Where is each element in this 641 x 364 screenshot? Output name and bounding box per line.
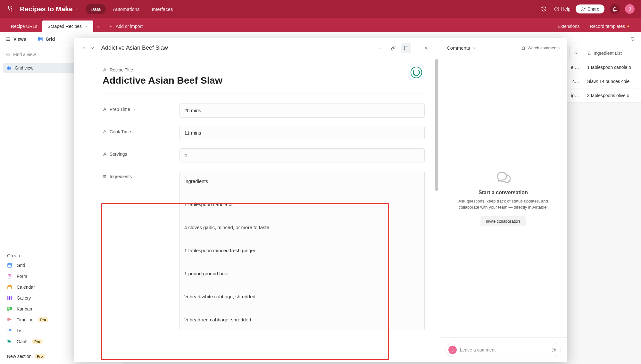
column-options-chevron[interactable] — [569, 46, 583, 60]
prep-time-input[interactable]: 20 mins — [179, 103, 425, 118]
app-logo-icon — [6, 5, 14, 13]
share-button[interactable]: Share — [576, 4, 604, 13]
svg-rect-11 — [10, 296, 12, 298]
invite-collaborators-button[interactable]: Invite collaborators — [480, 216, 526, 226]
svg-point-18 — [8, 330, 8, 331]
close-icon[interactable] — [421, 43, 431, 53]
table-tab-more[interactable] — [93, 22, 104, 32]
text-icon — [103, 152, 107, 156]
chat-bubbles-icon — [495, 170, 511, 185]
comments-panel: Comments Watch comments Start a conversa… — [439, 38, 567, 362]
modal-title: Addictive Asian Beef Slaw — [101, 45, 168, 51]
grid-view-picker[interactable]: Grid — [38, 37, 55, 42]
svg-point-22 — [382, 47, 382, 48]
toggle-comments-icon[interactable] — [401, 43, 411, 53]
tab-data[interactable]: Data — [86, 4, 106, 14]
add-or-import-button[interactable]: Add or import — [104, 21, 148, 32]
text-icon — [103, 68, 107, 72]
column-header-ingredient-list[interactable]: Ingredient List — [583, 46, 641, 60]
record-templates-button[interactable]: Record templates ✦ — [585, 21, 635, 32]
base-title[interactable]: Recipes to Make — [20, 5, 73, 13]
copy-link-icon[interactable] — [388, 43, 398, 53]
grid-icon — [7, 263, 12, 268]
comments-empty-state: Start a conversation Ask questions, keep… — [439, 58, 567, 337]
grid-icon — [6, 65, 12, 70]
svg-point-20 — [379, 47, 379, 48]
svg-point-21 — [380, 47, 381, 48]
mention-icon[interactable]: @ — [552, 347, 556, 352]
record-title[interactable]: Addictive Asian Beef Slaw — [103, 75, 425, 86]
table-tab-bar: Recipe URLs Scraped Recipes Add or impor… — [0, 18, 641, 32]
chevron-down-icon — [133, 107, 137, 111]
text-icon — [103, 107, 107, 112]
svg-point-5 — [7, 53, 10, 56]
field-label-recipe-title: Recipe Title — [103, 67, 425, 72]
ai-loading-badge — [411, 67, 422, 78]
svg-rect-7 — [8, 263, 12, 267]
svg-rect-10 — [8, 296, 9, 298]
table-tab-scraped-recipes[interactable]: Scraped Recipes — [42, 21, 93, 32]
svg-rect-14 — [8, 307, 9, 311]
top-bar: Recipes to Make Data Automations Interfa… — [0, 0, 641, 18]
watch-comments-button[interactable]: Watch comments — [521, 46, 560, 50]
chevron-down-icon — [84, 24, 88, 28]
gallery-icon — [7, 295, 12, 301]
prev-record-icon[interactable] — [81, 46, 87, 51]
field-label-servings[interactable]: Servings — [103, 148, 179, 157]
bell-icon — [521, 46, 526, 50]
search-icon — [6, 52, 11, 57]
extensions-button[interactable]: Extensions — [553, 21, 585, 32]
pro-badge: Pro — [32, 339, 42, 344]
svg-point-1 — [556, 10, 557, 10]
svg-rect-3 — [38, 37, 42, 41]
gantt-icon — [7, 339, 12, 344]
chevron-down-icon[interactable] — [473, 46, 477, 50]
pro-badge: Pro — [38, 317, 48, 322]
tab-interfaces[interactable]: Interfaces — [147, 4, 178, 14]
user-avatar: J — [448, 346, 457, 354]
modal-scrollbar[interactable] — [434, 59, 439, 359]
record-modal: Addictive Asian Beef Slaw Recipe Title A… — [74, 38, 567, 362]
text-icon — [103, 129, 107, 134]
svg-rect-13 — [10, 298, 12, 300]
svg-point-19 — [8, 332, 8, 332]
tab-automations[interactable]: Automations — [108, 4, 145, 14]
svg-rect-12 — [8, 298, 9, 300]
table-tab-recipe-urls[interactable]: Recipe URLs — [6, 21, 42, 32]
svg-rect-6 — [7, 66, 11, 70]
help-button[interactable]: Help — [554, 6, 570, 12]
history-icon[interactable] — [539, 4, 549, 14]
ingredients-textarea[interactable]: Ingredients 1 tablespoon canola oil 4 cl… — [179, 171, 425, 330]
svg-rect-16 — [11, 307, 12, 310]
modal-header: Addictive Asian Beef Slaw — [74, 38, 439, 58]
views-button[interactable]: Views — [6, 37, 26, 42]
comment-input[interactable]: J Leave a comment @ — [445, 343, 561, 357]
long-text-icon — [103, 174, 107, 179]
field-label-prep-time[interactable]: Prep Time — [103, 103, 179, 112]
formula-icon — [587, 51, 592, 55]
cook-time-input[interactable]: 11 mins — [179, 126, 425, 140]
more-options-icon[interactable] — [376, 43, 385, 53]
timeline-icon — [7, 317, 12, 322]
grid-icon — [38, 37, 43, 42]
plus-icon — [109, 24, 113, 29]
base-chevron-icon[interactable] — [75, 7, 79, 11]
svg-point-17 — [8, 329, 8, 330]
form-icon — [7, 274, 12, 279]
search-icon[interactable] — [630, 37, 635, 42]
servings-input[interactable]: 4 — [179, 148, 425, 162]
kanban-icon — [7, 306, 12, 311]
chevron-down-icon — [96, 25, 100, 29]
next-record-icon[interactable] — [90, 46, 95, 51]
svg-rect-9 — [8, 285, 12, 289]
field-label-cook-time[interactable]: Cook Time — [103, 126, 179, 134]
menu-icon — [6, 37, 11, 42]
user-avatar[interactable]: J — [625, 4, 635, 14]
field-label-ingredients[interactable]: Ingredients — [103, 171, 179, 179]
calendar-icon — [7, 285, 12, 290]
svg-point-2 — [582, 8, 583, 9]
svg-rect-15 — [9, 307, 10, 310]
comments-header[interactable]: Comments — [447, 45, 470, 51]
pro-badge: Pro — [35, 354, 45, 359]
notifications-icon[interactable] — [610, 4, 620, 14]
